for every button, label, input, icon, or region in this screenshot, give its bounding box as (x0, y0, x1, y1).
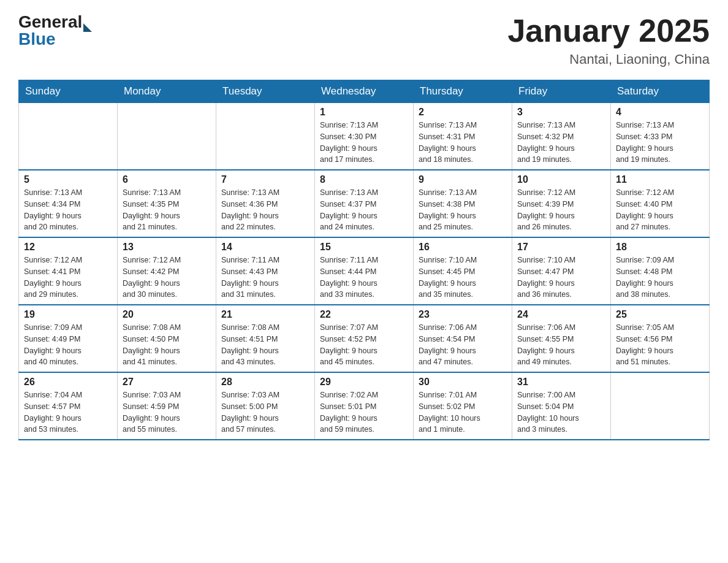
calendar-cell: 28Sunrise: 7:03 AM Sunset: 5:00 PM Dayli… (216, 372, 315, 440)
day-info: Sunrise: 7:10 AM Sunset: 4:45 PM Dayligh… (419, 255, 507, 301)
calendar-cell: 19Sunrise: 7:09 AM Sunset: 4:49 PM Dayli… (19, 305, 118, 372)
calendar-week-row: 26Sunrise: 7:04 AM Sunset: 4:57 PM Dayli… (19, 372, 710, 440)
weekday-header-tuesday: Tuesday (216, 80, 315, 103)
day-info: Sunrise: 7:01 AM Sunset: 5:02 PM Dayligh… (419, 389, 507, 435)
calendar-week-row: 19Sunrise: 7:09 AM Sunset: 4:49 PM Dayli… (19, 305, 710, 372)
page-header: General Blue January 2025 Nantai, Liaoni… (18, 12, 710, 67)
calendar-cell: 10Sunrise: 7:12 AM Sunset: 4:39 PM Dayli… (512, 170, 611, 237)
calendar-cell: 18Sunrise: 7:09 AM Sunset: 4:48 PM Dayli… (611, 237, 710, 305)
calendar-cell: 14Sunrise: 7:11 AM Sunset: 4:43 PM Dayli… (216, 237, 315, 305)
calendar-cell: 5Sunrise: 7:13 AM Sunset: 4:34 PM Daylig… (19, 170, 118, 237)
day-info: Sunrise: 7:11 AM Sunset: 4:43 PM Dayligh… (221, 255, 309, 301)
day-info: Sunrise: 7:08 AM Sunset: 4:51 PM Dayligh… (221, 322, 309, 368)
calendar-cell: 30Sunrise: 7:01 AM Sunset: 5:02 PM Dayli… (414, 372, 512, 440)
day-number: 8 (320, 174, 408, 185)
day-number: 1 (320, 107, 408, 118)
day-info: Sunrise: 7:13 AM Sunset: 4:36 PM Dayligh… (221, 187, 309, 233)
calendar-week-row: 1Sunrise: 7:13 AM Sunset: 4:30 PM Daylig… (19, 103, 710, 170)
day-number: 16 (419, 242, 507, 253)
day-number: 2 (419, 107, 507, 118)
day-info: Sunrise: 7:12 AM Sunset: 4:40 PM Dayligh… (616, 187, 704, 233)
calendar-week-row: 12Sunrise: 7:12 AM Sunset: 4:41 PM Dayli… (19, 237, 710, 305)
day-number: 18 (616, 242, 704, 253)
day-info: Sunrise: 7:10 AM Sunset: 4:47 PM Dayligh… (517, 255, 605, 301)
calendar-cell: 7Sunrise: 7:13 AM Sunset: 4:36 PM Daylig… (216, 170, 315, 237)
weekday-header-sunday: Sunday (19, 80, 118, 103)
calendar-subtitle: Nantai, Liaoning, China (507, 52, 710, 67)
day-info: Sunrise: 7:12 AM Sunset: 4:39 PM Dayligh… (517, 187, 605, 233)
calendar-cell: 20Sunrise: 7:08 AM Sunset: 4:50 PM Dayli… (118, 305, 216, 372)
day-info: Sunrise: 7:07 AM Sunset: 4:52 PM Dayligh… (320, 322, 408, 368)
day-number: 31 (517, 377, 605, 388)
day-info: Sunrise: 7:12 AM Sunset: 4:41 PM Dayligh… (24, 255, 112, 301)
day-number: 12 (24, 242, 112, 253)
day-number: 4 (616, 107, 704, 118)
day-number: 9 (419, 174, 507, 185)
day-number: 29 (320, 377, 408, 388)
weekday-header-saturday: Saturday (611, 80, 710, 103)
logo: General Blue (18, 12, 92, 49)
calendar-cell: 25Sunrise: 7:05 AM Sunset: 4:56 PM Dayli… (611, 305, 710, 372)
day-number: 20 (123, 309, 211, 320)
day-number: 13 (123, 242, 211, 253)
calendar-title-block: January 2025 Nantai, Liaoning, China (507, 12, 710, 67)
weekday-header-wednesday: Wednesday (315, 80, 414, 103)
calendar-cell: 23Sunrise: 7:06 AM Sunset: 4:54 PM Dayli… (414, 305, 512, 372)
calendar-cell: 4Sunrise: 7:13 AM Sunset: 4:33 PM Daylig… (611, 103, 710, 170)
weekday-header-monday: Monday (118, 80, 216, 103)
calendar-cell: 22Sunrise: 7:07 AM Sunset: 4:52 PM Dayli… (315, 305, 414, 372)
calendar-title: January 2025 (507, 12, 710, 49)
day-number: 7 (221, 174, 309, 185)
day-info: Sunrise: 7:13 AM Sunset: 4:37 PM Dayligh… (320, 187, 408, 233)
calendar-week-row: 5Sunrise: 7:13 AM Sunset: 4:34 PM Daylig… (19, 170, 710, 237)
calendar-cell (611, 372, 710, 440)
day-number: 23 (419, 309, 507, 320)
weekday-header-row: SundayMondayTuesdayWednesdayThursdayFrid… (19, 80, 710, 103)
day-number: 26 (24, 377, 112, 388)
calendar-cell: 2Sunrise: 7:13 AM Sunset: 4:31 PM Daylig… (414, 103, 512, 170)
calendar-cell: 3Sunrise: 7:13 AM Sunset: 4:32 PM Daylig… (512, 103, 611, 170)
day-number: 6 (123, 174, 211, 185)
day-number: 19 (24, 309, 112, 320)
day-info: Sunrise: 7:12 AM Sunset: 4:42 PM Dayligh… (123, 255, 211, 301)
day-number: 24 (517, 309, 605, 320)
day-number: 30 (419, 377, 507, 388)
day-info: Sunrise: 7:02 AM Sunset: 5:01 PM Dayligh… (320, 389, 408, 435)
calendar-cell: 31Sunrise: 7:00 AM Sunset: 5:04 PM Dayli… (512, 372, 611, 440)
day-info: Sunrise: 7:04 AM Sunset: 4:57 PM Dayligh… (24, 389, 112, 435)
calendar-cell (118, 103, 216, 170)
day-info: Sunrise: 7:11 AM Sunset: 4:44 PM Dayligh… (320, 255, 408, 301)
day-number: 21 (221, 309, 309, 320)
weekday-header-thursday: Thursday (414, 80, 512, 103)
day-number: 15 (320, 242, 408, 253)
day-number: 22 (320, 309, 408, 320)
day-info: Sunrise: 7:13 AM Sunset: 4:33 PM Dayligh… (616, 120, 704, 166)
calendar-cell: 13Sunrise: 7:12 AM Sunset: 4:42 PM Dayli… (118, 237, 216, 305)
day-info: Sunrise: 7:00 AM Sunset: 5:04 PM Dayligh… (517, 389, 605, 435)
calendar-cell: 1Sunrise: 7:13 AM Sunset: 4:30 PM Daylig… (315, 103, 414, 170)
calendar-cell (19, 103, 118, 170)
day-info: Sunrise: 7:03 AM Sunset: 4:59 PM Dayligh… (123, 389, 211, 435)
logo-blue-text: Blue (18, 29, 92, 49)
day-number: 27 (123, 377, 211, 388)
day-info: Sunrise: 7:13 AM Sunset: 4:32 PM Dayligh… (517, 120, 605, 166)
day-info: Sunrise: 7:09 AM Sunset: 4:48 PM Dayligh… (616, 255, 704, 301)
day-number: 25 (616, 309, 704, 320)
day-info: Sunrise: 7:13 AM Sunset: 4:35 PM Dayligh… (123, 187, 211, 233)
day-info: Sunrise: 7:13 AM Sunset: 4:31 PM Dayligh… (419, 120, 507, 166)
day-number: 11 (616, 174, 704, 185)
day-number: 28 (221, 377, 309, 388)
calendar-cell: 24Sunrise: 7:06 AM Sunset: 4:55 PM Dayli… (512, 305, 611, 372)
day-number: 14 (221, 242, 309, 253)
day-info: Sunrise: 7:13 AM Sunset: 4:34 PM Dayligh… (24, 187, 112, 233)
day-info: Sunrise: 7:08 AM Sunset: 4:50 PM Dayligh… (123, 322, 211, 368)
calendar-cell: 8Sunrise: 7:13 AM Sunset: 4:37 PM Daylig… (315, 170, 414, 237)
calendar-cell: 29Sunrise: 7:02 AM Sunset: 5:01 PM Dayli… (315, 372, 414, 440)
calendar-cell: 15Sunrise: 7:11 AM Sunset: 4:44 PM Dayli… (315, 237, 414, 305)
day-info: Sunrise: 7:13 AM Sunset: 4:30 PM Dayligh… (320, 120, 408, 166)
calendar-cell: 17Sunrise: 7:10 AM Sunset: 4:47 PM Dayli… (512, 237, 611, 305)
day-info: Sunrise: 7:05 AM Sunset: 4:56 PM Dayligh… (616, 322, 704, 368)
day-info: Sunrise: 7:06 AM Sunset: 4:54 PM Dayligh… (419, 322, 507, 368)
day-info: Sunrise: 7:13 AM Sunset: 4:38 PM Dayligh… (419, 187, 507, 233)
day-info: Sunrise: 7:03 AM Sunset: 5:00 PM Dayligh… (221, 389, 309, 435)
